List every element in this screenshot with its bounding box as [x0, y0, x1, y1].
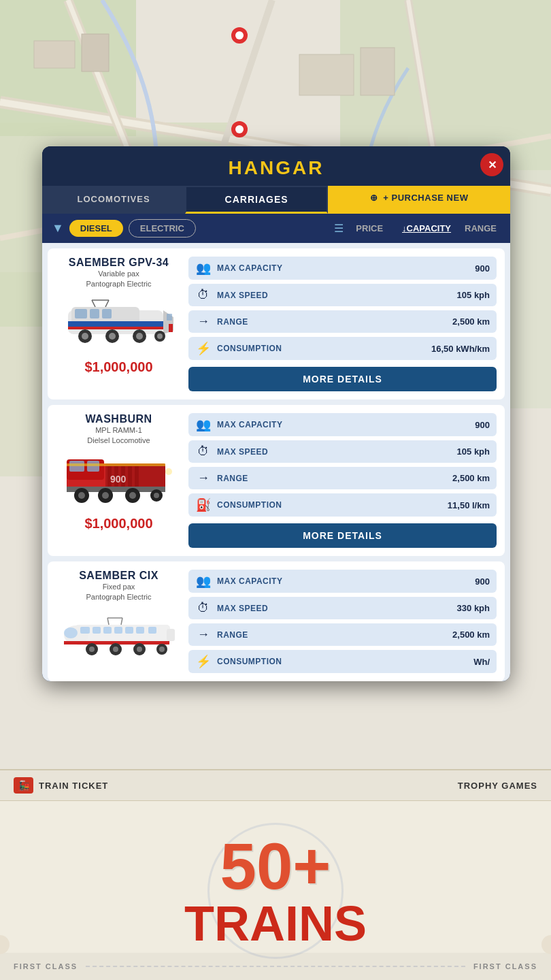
stat-consumption: ⚡ CONSUMPTION 16,50 kWh/km — [188, 337, 497, 360]
train-stats-saember-cix: 👥 MAX CAPACITY 900 ⏱ MAX SPEED 330 kph →… — [188, 570, 497, 673]
stat-range-washburn: → RANGE 2,500 km — [188, 467, 497, 489]
svg-rect-75 — [148, 627, 156, 634]
svg-rect-71 — [103, 627, 112, 634]
svg-point-17 — [235, 125, 244, 133]
bottom-banner: 🚂 TRAIN TICKET TROPHY GAMES 50+ TRAINS F… — [0, 769, 551, 980]
filter-electric[interactable]: ELECTRIC — [129, 219, 196, 238]
stat-max-speed: ⏱ MAX SPEED 105 kph — [188, 284, 497, 306]
more-details-button-saember-gpv34[interactable]: MORE DETAILS — [188, 367, 497, 391]
svg-rect-51 — [128, 466, 132, 487]
svg-rect-20 — [299, 54, 354, 95]
tab-carriages[interactable]: CARRIAGES — [185, 186, 328, 214]
speed-icon-cix: ⏱ — [195, 601, 212, 615]
close-button[interactable] — [480, 153, 503, 176]
banner-logo-text: TRAIN TICKET — [39, 781, 108, 791]
sort-range[interactable]: RANGE — [461, 223, 501, 233]
train-sub: Variable pax Pantograph Electric — [86, 269, 152, 290]
train-stats-washburn: 👥 MAX CAPACITY 900 ⏱ MAX SPEED 105 kph →… — [188, 413, 497, 548]
svg-line-85 — [107, 618, 109, 625]
sort-capacity[interactable]: ↓CAPACITY — [398, 223, 455, 233]
train-image-washburn: 900 — [61, 453, 177, 508]
stat-max-capacity-washburn: 👥 MAX CAPACITY 900 — [188, 413, 497, 436]
svg-point-34 — [109, 333, 116, 340]
svg-rect-70 — [93, 627, 101, 634]
sort-price[interactable]: PRICE — [352, 223, 387, 233]
train-card-saember-gpv34: SAEMBER GPV-34 Variable pax Pantograph E… — [48, 248, 505, 399]
range-icon-washburn: → — [195, 471, 212, 485]
banner-logo-icon: 🚂 — [14, 777, 33, 794]
tab-purchase-new[interactable]: ⊕ + PURCHASE NEW — [328, 186, 510, 214]
consumption-icon-cix: ⚡ — [195, 654, 212, 669]
tab-locomotives[interactable]: LOCOMOTIVES — [42, 186, 185, 214]
svg-rect-72 — [114, 627, 122, 634]
svg-rect-30 — [167, 314, 172, 321]
svg-rect-19 — [82, 34, 109, 71]
svg-point-76 — [64, 627, 78, 638]
train-name-saember-cix: SAEMBER CIX — [79, 570, 158, 582]
svg-rect-21 — [361, 48, 395, 95]
svg-point-82 — [137, 647, 142, 652]
svg-line-40 — [92, 300, 95, 307]
banner-trophy-text: TROPHY GAMES — [458, 781, 537, 791]
capacity-icon-cix: 👥 — [195, 574, 212, 589]
filter-diesel[interactable]: DIESEL — [69, 220, 123, 237]
svg-rect-28 — [102, 309, 112, 318]
sort-icon: ☰ — [334, 222, 344, 235]
capacity-icon: 👥 — [195, 261, 212, 276]
svg-point-15 — [235, 31, 244, 39]
svg-rect-69 — [80, 627, 90, 634]
train-image-saember-cix — [61, 610, 177, 664]
speed-icon: ⏱ — [195, 288, 212, 302]
consumption-icon: ⚡ — [195, 341, 212, 356]
train-image-saember-gpv34 — [61, 297, 177, 351]
train-list[interactable]: SAEMBER GPV-34 Variable pax Pantograph E… — [42, 243, 510, 681]
svg-line-42 — [105, 300, 109, 307]
svg-point-80 — [113, 647, 118, 652]
svg-text:900: 900 — [110, 474, 127, 485]
banner-big-label: TRAINS — [184, 899, 367, 948]
capacity-icon-washburn: 👥 — [195, 417, 212, 432]
svg-point-36 — [136, 333, 143, 340]
more-details-button-washburn[interactable]: MORE DETAILS — [188, 523, 497, 548]
stat-consumption-washburn: ⛽ CONSUMPTION 11,50 l/km — [188, 493, 497, 517]
stat-max-capacity-cix: 👥 MAX CAPACITY 900 — [188, 570, 497, 593]
train-card-washburn: WASHBURN MPL RAMM-1 Dielsel Locomotive — [48, 405, 505, 556]
svg-point-56 — [78, 492, 85, 499]
svg-point-84 — [159, 647, 165, 652]
train-name-washburn: WASHBURN — [85, 413, 152, 425]
svg-point-38 — [157, 333, 163, 339]
filter-icon: ▼ — [52, 221, 64, 235]
ticket-label-left: FIRST CLASS — [14, 962, 78, 970]
range-icon-cix: → — [195, 627, 212, 642]
train-card-saember-cix: SAEMBER CIX Fixed pax Pantograph Electri… — [48, 561, 505, 681]
svg-rect-63 — [67, 463, 165, 466]
train-left-saember-gpv34: SAEMBER GPV-34 Variable pax Pantograph E… — [56, 257, 182, 375]
train-left-washburn: WASHBURN MPL RAMM-1 Dielsel Locomotive — [56, 413, 182, 532]
svg-rect-24 — [68, 321, 163, 327]
modal-title: HANGAR — [229, 157, 324, 178]
banner-top-bar: 🚂 TRAIN TICKET TROPHY GAMES — [0, 770, 551, 801]
train-left-saember-cix: SAEMBER CIX Fixed pax Pantograph Electri… — [56, 570, 182, 667]
ticket-dashed-line — [86, 966, 465, 967]
train-name: SAEMBER GPV-34 — [69, 257, 169, 269]
stat-consumption-partial-cix: ⚡ CONSUMPTION Wh/ — [188, 650, 497, 673]
svg-point-78 — [89, 647, 95, 652]
svg-point-32 — [82, 333, 88, 340]
train-stats-saember-gpv34: 👥 MAX CAPACITY 900 ⏱ MAX SPEED 105 kph →… — [188, 257, 497, 391]
svg-rect-26 — [75, 309, 87, 318]
stat-range: → RANGE 2,500 km — [188, 310, 497, 333]
svg-point-62 — [154, 493, 159, 498]
banner-text-block: 50+ TRAINS — [184, 834, 367, 948]
svg-point-60 — [129, 492, 136, 499]
speed-icon-washburn: ⏱ — [195, 444, 212, 459]
svg-line-87 — [121, 618, 122, 625]
svg-rect-67 — [167, 629, 175, 641]
train-sub-washburn: MPL RAMM-1 Dielsel Locomotive — [87, 425, 150, 446]
modal-header: HANGAR — [42, 146, 510, 186]
train-price-washburn: $1,000,000 — [84, 516, 152, 532]
hangar-modal: HANGAR LOCOMOTIVES CARRIAGES ⊕ + PURCHAS… — [42, 146, 510, 681]
svg-rect-25 — [68, 327, 163, 329]
svg-rect-27 — [90, 309, 99, 318]
svg-rect-39 — [169, 324, 173, 332]
purchase-plus-icon: ⊕ — [370, 193, 381, 203]
